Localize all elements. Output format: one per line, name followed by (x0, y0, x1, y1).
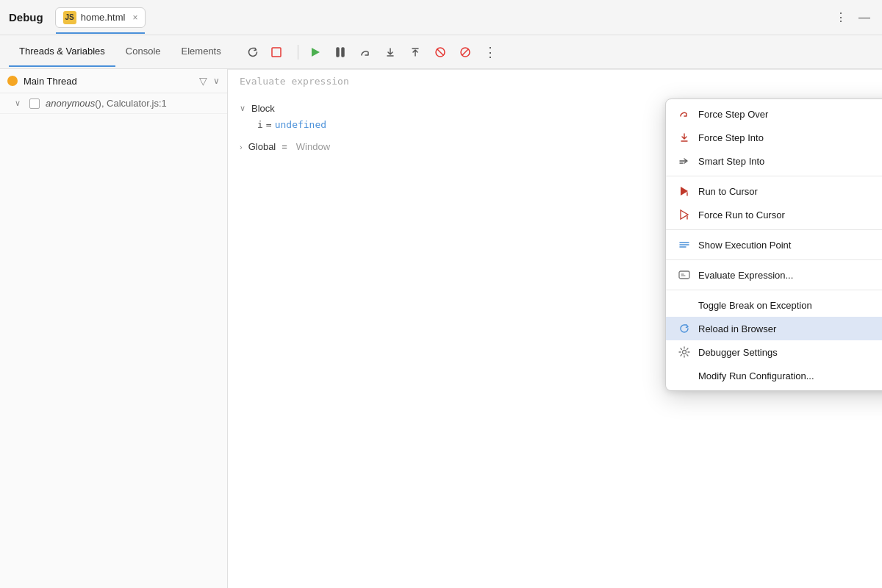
minimize-btn[interactable]: — (856, 10, 873, 26)
toolbar-icons (243, 43, 286, 62)
toolbar: Threads & Variables Console Elements (0, 35, 882, 69)
js-badge: JS (63, 11, 76, 24)
frame-label: anonymous(), Calculator.js:1 (46, 98, 167, 109)
tab-elements[interactable]: Elements (171, 37, 232, 67)
menu-sep-2 (666, 229, 882, 230)
svg-rect-17 (679, 271, 689, 279)
reload-browser-icon (678, 322, 691, 335)
debugger-settings-icon (678, 345, 691, 359)
more-options-btn[interactable]: ⋮ (832, 9, 850, 26)
run-to-cursor-label: Run to Cursor (698, 186, 882, 197)
menu-item-toggle-break[interactable]: Toggle Break on Exception (666, 293, 882, 317)
svg-marker-1 (312, 48, 320, 57)
main-content: Main Thread ▽ ∨ ∨ anonymous(), Calculato… (0, 69, 882, 588)
debug-icons: ⋮ (304, 41, 501, 63)
force-step-over-icon (678, 107, 691, 121)
menu-item-modify-run-config[interactable]: Modify Run Configuration... (666, 364, 882, 387)
tab-console[interactable]: Console (115, 37, 171, 67)
modify-run-config-label: Modify Run Configuration... (698, 370, 882, 381)
svg-rect-0 (272, 48, 281, 57)
file-tab[interactable]: JS home.html × (55, 7, 146, 28)
thread-chevron-btn[interactable]: ∨ (213, 76, 220, 86)
show-exec-point-icon (678, 238, 691, 251)
menu-item-evaluate-expr[interactable]: Evaluate Expression... ⌥F8 (666, 263, 882, 287)
menu-item-force-step-into[interactable]: Force Step Into ⌥⇧F7 (666, 126, 882, 149)
thread-header: Main Thread ▽ ∨ (0, 69, 227, 93)
resume-btn[interactable] (304, 43, 326, 62)
toolbar-tabs: Threads & Variables Console Elements (9, 37, 232, 67)
force-run-to-cursor-label: Force Run to Cursor (698, 209, 882, 220)
svg-rect-2 (337, 48, 339, 57)
tab-threads-variables[interactable]: Threads & Variables (9, 37, 115, 67)
title-bar-actions: ⋮ — (832, 9, 873, 26)
force-step-into-icon (678, 131, 691, 144)
thread-filter-btn[interactable]: ▽ (199, 75, 207, 87)
step-out-btn[interactable] (404, 43, 426, 62)
menu-sep-1 (666, 176, 882, 176)
debugger-window: Debug JS home.html × ⋮ — Threads & Varia… (0, 0, 882, 588)
reload-browser-label: Reload in Browser (698, 323, 882, 334)
menu-item-debugger-settings[interactable]: Debugger Settings (666, 340, 882, 364)
svg-line-7 (437, 49, 443, 55)
smart-step-into-icon (678, 154, 691, 168)
debug-more-btn[interactable]: ⋮ (479, 41, 501, 63)
thread-name: Main Thread (24, 76, 193, 87)
frame-expand-btn[interactable]: ∨ (15, 98, 21, 108)
context-menu-overlay: Force Step Over ⌥⇧F8 Force Step Into ⌥⇧F (228, 69, 882, 588)
menu-item-smart-step-into[interactable]: Smart Step Into ⇧F7 (666, 149, 882, 173)
left-panel: Main Thread ▽ ∨ ∨ anonymous(), Calculato… (0, 69, 228, 588)
reload-btn[interactable] (243, 43, 262, 62)
debugger-settings-label: Debugger Settings (698, 347, 882, 358)
step-over-btn[interactable] (354, 43, 376, 62)
toggle-break-icon (678, 298, 691, 312)
app-title: Debug (9, 11, 43, 24)
pause-btn[interactable] (329, 43, 351, 62)
force-step-into-label: Force Step Into (698, 132, 882, 143)
frame-icon (29, 98, 40, 109)
run-to-cursor-icon (678, 184, 691, 198)
force-step-over-label: Force Step Over (698, 109, 882, 120)
debug-stop-btn[interactable] (429, 43, 451, 62)
step-into-btn[interactable] (379, 43, 401, 62)
evaluate-expr-icon (678, 268, 691, 282)
menu-item-force-step-over[interactable]: Force Step Over ⌥⇧F8 (666, 102, 882, 126)
svg-rect-3 (342, 48, 344, 57)
menu-item-force-run-to-cursor[interactable]: Force Run to Cursor ⌥⌘F9 (666, 203, 882, 226)
title-bar: Debug JS home.html × ⋮ — (0, 0, 882, 35)
modify-run-config-icon (678, 369, 691, 382)
menu-item-run-to-cursor[interactable]: Run to Cursor ⌥F9 (666, 179, 882, 203)
tab-filename: home.html (81, 12, 126, 23)
mute-btn[interactable] (454, 43, 476, 62)
right-panel: Evaluate expression ∨ Block i = undefine… (228, 69, 882, 588)
toolbar-separator-1 (298, 45, 298, 60)
tab-close-btn[interactable]: × (132, 12, 137, 23)
context-menu: Force Step Over ⌥⇧F8 Force Step Into ⌥⇧F (665, 98, 882, 391)
menu-sep-4 (666, 290, 882, 290)
evaluate-expr-label: Evaluate Expression... (698, 270, 882, 281)
menu-item-reload-browser[interactable]: Reload in Browser (666, 317, 882, 340)
svg-point-20 (683, 351, 686, 354)
stop-btn[interactable] (267, 43, 286, 62)
show-exec-point-label: Show Execution Point (698, 240, 882, 251)
menu-sep-3 (666, 259, 882, 260)
frame-item[interactable]: ∨ anonymous(), Calculator.js:1 (0, 93, 227, 114)
toggle-break-label: Toggle Break on Exception (698, 300, 882, 311)
smart-step-into-label: Smart Step Into (698, 156, 882, 167)
menu-item-show-exec-point[interactable]: Show Execution Point ⌥F10 (666, 233, 882, 257)
force-run-to-cursor-icon (678, 208, 691, 221)
svg-line-9 (462, 49, 468, 55)
thread-status-dot (7, 76, 18, 86)
